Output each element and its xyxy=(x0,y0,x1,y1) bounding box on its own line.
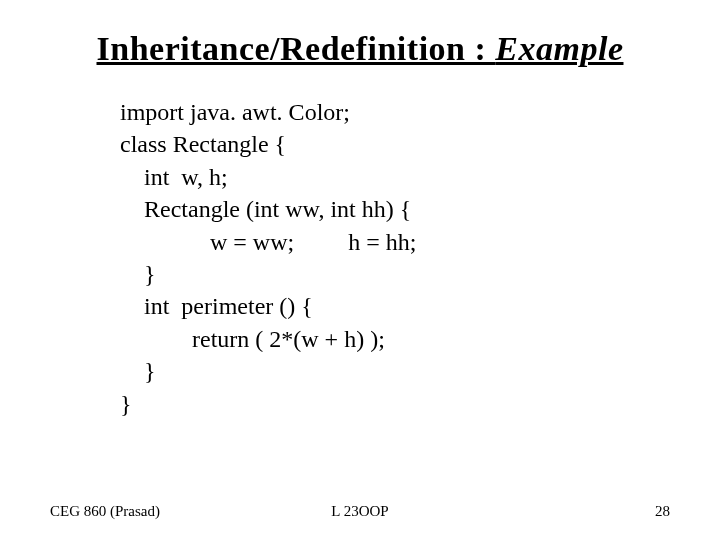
code-line: } xyxy=(120,355,670,387)
footer-lecture: L 23OOP xyxy=(331,503,388,520)
slide-title: Inheritance/Redefinition : Example xyxy=(50,30,670,68)
slide-container: Inheritance/Redefinition : Example impor… xyxy=(0,0,720,540)
code-line: return ( 2*(w + h) ); xyxy=(120,323,670,355)
footer-page-number: 28 xyxy=(655,503,670,520)
code-line: } xyxy=(120,258,670,290)
title-example: Example xyxy=(495,30,623,67)
footer: CEG 860 (Prasad) L 23OOP 28 xyxy=(0,503,720,520)
code-line: int perimeter () { xyxy=(120,290,670,322)
code-line: import java. awt. Color; xyxy=(120,96,670,128)
code-line: class Rectangle { xyxy=(120,128,670,160)
code-line: w = ww; h = hh; xyxy=(120,226,670,258)
code-line: Rectangle (int ww, int hh) { xyxy=(120,193,670,225)
code-line: int w, h; xyxy=(120,161,670,193)
code-block: import java. awt. Color; class Rectangle… xyxy=(120,96,670,420)
footer-author: CEG 860 (Prasad) xyxy=(50,503,160,520)
code-line: } xyxy=(120,388,670,420)
title-main: Inheritance/Redefinition : xyxy=(97,30,496,67)
